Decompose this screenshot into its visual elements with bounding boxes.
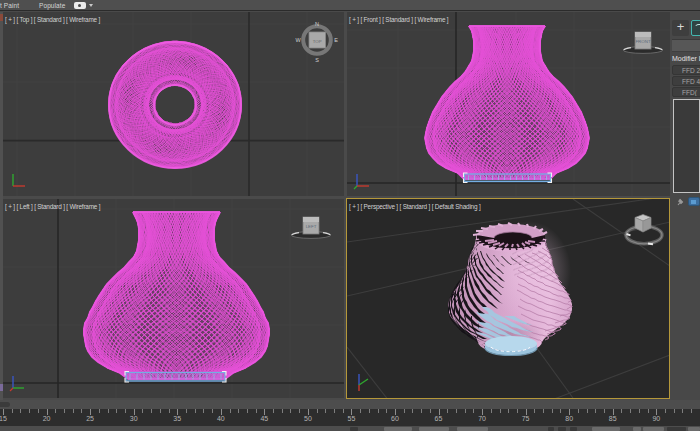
viewport-top[interactable]: [ + ] [ Top ] [ Standard ] [ Wireframe ]… (3, 12, 344, 196)
ruler-frame-label: 25 (86, 415, 94, 422)
compass-north[interactable]: N (315, 21, 319, 27)
ribbon-tab-object-paint[interactable]: t Paint (0, 2, 19, 9)
viewport-label-front[interactable]: [ + ] [ Front ] [ Standard ] [ Wireframe… (349, 16, 448, 23)
time-slider-handle-fragment[interactable] (0, 402, 10, 407)
compass-south[interactable]: S (315, 57, 319, 63)
ruler-frame-label: 85 (609, 415, 617, 422)
compass-west[interactable]: W (295, 37, 301, 43)
ruler-frame-label: 40 (217, 415, 225, 422)
ruler-tick (543, 409, 544, 413)
timeline-ruler[interactable]: 15202530354045505560657075808590 (0, 409, 700, 426)
statusbar-fragment[interactable] (688, 427, 700, 431)
ruler-tick (447, 409, 448, 413)
viewport-label-perspective[interactable]: [ + ] [ Perspective ] [ Standard ] [ Def… (349, 203, 480, 210)
ruler-frame-label: 55 (347, 415, 355, 422)
ruler-tick (55, 409, 56, 413)
statusbar-fragment[interactable] (419, 427, 449, 431)
statusbar-fragment[interactable] (643, 427, 664, 431)
viewport-label-top[interactable]: [ + ] [ Top ] [ Standard ] [ Wireframe ] (5, 16, 100, 23)
viewcube[interactable]: FRONT (621, 19, 665, 59)
ruler-tick (430, 409, 431, 413)
modifier-button-ffd2[interactable]: FFD 2 (672, 65, 700, 75)
modifier-list-label[interactable]: Modifier Li (672, 55, 700, 62)
chevron-down-icon[interactable] (89, 4, 93, 7)
ruler-frame-label: 35 (173, 415, 181, 422)
viewport-left[interactable]: [ + ] [ Left ] [ Standard ] [ Wireframe … (3, 199, 344, 398)
ruler-frame-label: 70 (478, 415, 486, 422)
viewcube[interactable]: TOP N E S W (295, 20, 339, 64)
statusbar-fragment[interactable] (558, 427, 566, 431)
ruler-frame-label: 65 (435, 415, 443, 422)
ruler-frame-label: 45 (260, 415, 268, 422)
ruler-tick (386, 409, 387, 413)
ruler-tick (256, 409, 257, 413)
ruler-tick (116, 409, 117, 413)
axis-tripod-icon (9, 170, 29, 192)
ruler-tick (195, 409, 196, 413)
statusbar-fragment[interactable] (350, 427, 358, 431)
ruler-tick (491, 409, 492, 413)
time-slider-strip[interactable] (0, 400, 700, 409)
ruler-tick (378, 409, 379, 413)
statusbar-fragment[interactable] (633, 427, 641, 431)
ruler-tick (421, 409, 422, 413)
ruler-tick (674, 409, 675, 413)
viewport-perspective-active[interactable]: [ + ] [ Perspective ] [ Standard ] [ Def… (346, 198, 670, 399)
viewport-label-left[interactable]: [ + ] [ Left ] [ Standard ] [ Wireframe … (5, 203, 100, 210)
ruler-tick (142, 409, 143, 413)
modify-tab-icon[interactable] (691, 20, 700, 36)
ruler-tick (473, 409, 474, 413)
statusbar-fragment[interactable] (667, 427, 686, 431)
ruler-frame-label: 20 (43, 415, 51, 422)
ribbon-bar: t Paint Populate (0, 0, 700, 11)
viewcube-face-label: FRONT (635, 39, 650, 44)
ribbon-tab-populate[interactable]: Populate (39, 2, 65, 9)
statusbar-fragment[interactable] (384, 427, 412, 431)
ruler-tick (212, 409, 213, 413)
ruler-tick (560, 409, 561, 413)
axis-tripod-icon (353, 170, 373, 192)
ruler-tick (325, 409, 326, 413)
ruler-tick (299, 409, 300, 413)
ruler-tick (639, 409, 640, 413)
ruler-tick (186, 409, 187, 413)
ruler-tick (604, 409, 605, 413)
object-name-dropdown[interactable] (672, 39, 700, 52)
ruler-tick (412, 409, 413, 413)
show-end-result-button[interactable] (688, 197, 700, 206)
vase-top-wireframe (3, 12, 344, 196)
ribbon-toggle-icon[interactable] (74, 2, 86, 9)
ruler-tick (595, 409, 596, 413)
ruler-frame-label: 50 (304, 415, 312, 422)
pin-stack-icon[interactable] (677, 198, 684, 206)
ruler-tick (20, 409, 21, 413)
command-panel: + Modifier Li FFD 2 FFD 4 FFD( (670, 12, 700, 401)
ruler-tick (334, 409, 335, 413)
ruler-tick (665, 409, 666, 413)
ruler-tick (534, 409, 535, 413)
ruler-tick (552, 409, 553, 413)
modifier-button-ffd4[interactable]: FFD 4 (672, 76, 700, 86)
ruler-tick (587, 409, 588, 413)
statusbar-fragment[interactable] (592, 427, 620, 431)
ruler-tick (360, 409, 361, 413)
viewcube-face-label: LEFT (306, 224, 317, 229)
ruler-tick (630, 409, 631, 413)
create-tab-plus-icon[interactable]: + (672, 20, 689, 36)
ruler-tick (29, 409, 30, 413)
ruler-tick (343, 409, 344, 413)
statusbar-fragment[interactable] (570, 427, 577, 431)
viewcube[interactable] (619, 213, 669, 257)
axis-tripod-icon (353, 370, 375, 394)
statusbar-fragment[interactable] (457, 427, 488, 431)
viewport-front[interactable]: [ + ] [ Front ] [ Standard ] [ Wireframe… (347, 12, 670, 196)
ruler-frame-label: 30 (130, 415, 138, 422)
axis-tripod-icon (9, 372, 29, 394)
ruler-tick (238, 409, 239, 413)
compass-east[interactable]: E (334, 37, 338, 43)
modifier-stack-list[interactable] (673, 99, 700, 193)
modifier-button-ffdbox[interactable]: FFD( (672, 87, 700, 97)
statusbar-fragment[interactable] (548, 427, 554, 431)
ruler-tick (99, 409, 100, 413)
viewcube[interactable]: LEFT (289, 204, 333, 244)
